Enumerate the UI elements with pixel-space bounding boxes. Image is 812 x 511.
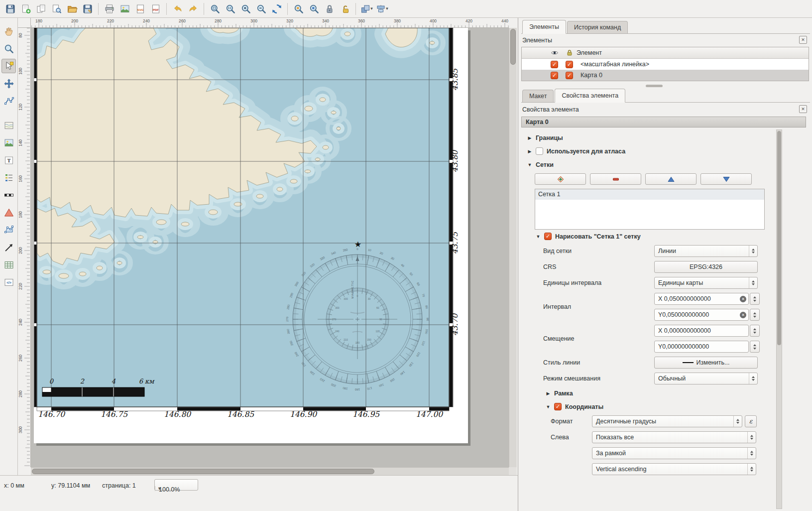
redo-button[interactable] <box>186 1 200 16</box>
add-legend-tool-button[interactable] <box>1 170 16 185</box>
element-row[interactable]: ✓✓<масштабная линейка> <box>522 59 809 70</box>
grid-list[interactable]: Сетка 1 <box>535 189 765 230</box>
clear-value-icon[interactable]: ✕ <box>740 312 746 318</box>
zoom-in-button[interactable] <box>238 1 253 16</box>
lock-checkbox[interactable]: ✓ <box>566 72 573 79</box>
elements-scrollbar[interactable] <box>521 84 809 88</box>
group-draw-grid[interactable]: ▼ ✓ Нарисовать "Сетка 1" сетку <box>518 230 775 243</box>
add-arrow-tool-button[interactable] <box>1 240 16 255</box>
export-image-button[interactable] <box>117 1 132 16</box>
add-map-tool-button[interactable] <box>1 118 16 132</box>
add-html-tool-button[interactable]: </> <box>1 275 16 289</box>
zoom-region-button[interactable] <box>307 1 321 16</box>
coordinates-checkbox[interactable]: ✓ <box>554 403 562 410</box>
layout-canvas[interactable]: 0102030405060708090100110120130140150160… <box>31 28 509 467</box>
tab-elements[interactable]: Элементы <box>522 20 566 34</box>
group-atlas[interactable]: ▶ Используется для атласа <box>518 144 775 158</box>
zoom-tool-button[interactable] <box>1 41 16 56</box>
add-scalebar-tool-button[interactable] <box>1 188 16 202</box>
offset-y-input[interactable]: Y0,000000000000 <box>654 341 749 353</box>
tab-command-history[interactable]: История команд <box>567 21 628 33</box>
lock-items-button[interactable] <box>322 1 337 16</box>
add-image-tool-button[interactable] <box>1 135 16 150</box>
open-folder-button[interactable] <box>65 1 79 16</box>
scrollbar-thumb[interactable] <box>510 29 516 65</box>
move-grid-down-button[interactable] <box>700 173 752 185</box>
interval-x-input[interactable]: X 0,050000000000 ✕ <box>654 293 749 305</box>
move-content-tool-button[interactable] <box>1 76 16 91</box>
offset-x-spinner[interactable] <box>750 325 760 337</box>
grid-list-item[interactable]: Сетка 1 <box>535 189 764 200</box>
layout-manager-button[interactable] <box>49 1 64 16</box>
chevron-down-icon[interactable]: ▼ <box>155 486 164 491</box>
close-icon[interactable]: ✕ <box>799 105 807 113</box>
export-svg-button[interactable]: SVG <box>133 1 147 16</box>
remove-grid-button[interactable] <box>590 173 641 185</box>
undo-button[interactable] <box>170 1 185 16</box>
refresh-button[interactable] <box>269 1 284 16</box>
scrollbar-thumb[interactable] <box>32 469 374 474</box>
left-display-combo[interactable]: Показать все <box>592 431 756 443</box>
duplicate-layout-button[interactable] <box>34 1 48 16</box>
align-items-button[interactable]: ▼ <box>375 1 389 16</box>
print-button[interactable] <box>102 1 116 16</box>
raise-items-button[interactable]: ▼ <box>359 1 374 16</box>
group-coordinates[interactable]: ▼ ✓ Координаты <box>518 400 775 413</box>
unlock-items-button[interactable] <box>338 1 352 16</box>
close-icon[interactable]: ✕ <box>799 36 807 44</box>
expression-button[interactable]: ε <box>745 415 757 427</box>
tab-item-properties[interactable]: Свойства элемента <box>555 89 625 103</box>
offset-y-spinner[interactable] <box>750 341 760 353</box>
add-node-item-tool-button[interactable] <box>1 223 16 237</box>
crs-button[interactable]: EPSG:4326 <box>654 261 758 273</box>
draw-grid-checkbox[interactable]: ✓ <box>544 233 552 240</box>
element-row[interactable]: ✓✓Карта 0 <box>522 70 809 81</box>
zoom-actual-button[interactable]: 1:1 <box>223 1 237 16</box>
properties-scrollbar[interactable] <box>776 129 782 509</box>
left-label: Слева <box>551 434 592 441</box>
tab-layout[interactable]: Макет <box>522 90 554 102</box>
left-position-combo[interactable]: За рамкой <box>592 447 756 459</box>
zoom-level-combo[interactable]: 100.0% ▼ <box>154 479 198 491</box>
offset-x-input[interactable]: X 0,000000000000 <box>654 325 749 337</box>
zoom-selection-button[interactable] <box>291 1 306 16</box>
group-grids[interactable]: ▼ Сетки <box>518 158 775 171</box>
add-grid-button[interactable] <box>535 173 586 185</box>
save-as-button[interactable] <box>80 1 95 16</box>
line-style-button[interactable]: Изменить... <box>654 357 758 369</box>
scrollbar-thumb[interactable] <box>777 131 781 345</box>
move-grid-up-button[interactable] <box>645 173 696 185</box>
interval-units-combo[interactable]: Единицы карты <box>654 277 758 289</box>
interval-x-spinner[interactable] <box>750 293 760 305</box>
map-item[interactable]: 0102030405060708090100110120130140150160… <box>34 28 468 443</box>
vertical-ruler[interactable]: 80100120140160180200220240260280300 <box>18 28 31 467</box>
visibility-checkbox[interactable]: ✓ <box>551 72 558 79</box>
select-move-tool-button[interactable] <box>1 59 16 73</box>
horizontal-ruler[interactable]: 1802002202402602803003203403603804004204… <box>31 18 509 28</box>
atlas-checkbox[interactable] <box>536 147 543 155</box>
add-shape-tool-button[interactable] <box>1 205 16 220</box>
blend-mode-combo[interactable]: Обычный <box>654 373 758 384</box>
group-extents[interactable]: ▶ Границы <box>518 131 775 144</box>
save-button[interactable] <box>3 1 17 16</box>
canvas-vertical-scrollbar[interactable] <box>509 28 517 467</box>
zoom-out-button[interactable] <box>254 1 268 16</box>
edit-nodes-tool-button[interactable] <box>1 94 16 108</box>
format-combo[interactable]: Десятичные градусы <box>592 415 742 427</box>
interval-y-spinner[interactable] <box>750 309 760 321</box>
visibility-checkbox[interactable]: ✓ <box>551 61 558 68</box>
new-layout-button[interactable] <box>18 1 33 16</box>
layout-page[interactable]: 0102030405060708090100110120130140150160… <box>34 28 468 443</box>
left-direction-combo[interactable]: Vertical ascending <box>592 463 756 475</box>
grid-type-combo[interactable]: Линии <box>654 245 758 257</box>
export-pdf-button[interactable]: PDF <box>148 1 163 16</box>
add-label-tool-button[interactable]: T <box>1 153 16 167</box>
add-table-tool-button[interactable] <box>1 257 16 272</box>
canvas-horizontal-scrollbar[interactable] <box>31 467 509 475</box>
pan-tool-button[interactable] <box>1 24 16 38</box>
group-frame[interactable]: ▶ Рамка <box>518 386 775 400</box>
clear-value-icon[interactable]: ✕ <box>740 296 746 302</box>
interval-y-input[interactable]: Y0,050000000000 ✕ <box>654 309 749 321</box>
lock-checkbox[interactable]: ✓ <box>566 61 573 68</box>
zoom-full-button[interactable] <box>208 1 222 16</box>
